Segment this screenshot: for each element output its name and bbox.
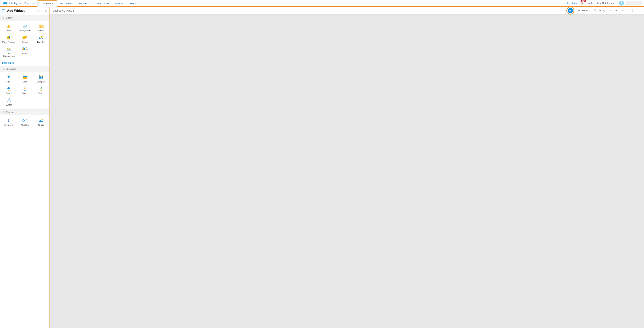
svg-text:#: # — [24, 87, 26, 90]
bars-icon — [6, 24, 12, 28]
maps-icon — [22, 35, 28, 40]
date-range-picker[interactable]: Dec 1, 2022 - Jan 1, 2023 — [593, 9, 626, 12]
svg-rect-9 — [39, 24, 43, 25]
nav-tab-pivot-tables[interactable]: Pivot Tables — [57, 0, 76, 6]
svg-rect-28 — [40, 76, 40, 76]
filter-widget-icon — [6, 75, 12, 80]
svg-rect-35 — [8, 98, 8, 99]
charts-grid: Bars Lines, Areas Tables Pies, Funnels M… — [0, 21, 50, 60]
nav-tab-queries[interactable]: Queries — [112, 0, 127, 6]
sidebar-search-button[interactable] — [36, 8, 40, 13]
widget-tile-pies-funnels[interactable]: Pies, Funnels — [1, 34, 17, 45]
svg-point-2 — [582, 2, 582, 3]
lines-icon — [22, 24, 28, 28]
more-actions-button[interactable] — [637, 9, 642, 12]
svg-point-40 — [42, 119, 43, 120]
widget-tile-switch-cube[interactable]: Switch — [1, 85, 17, 96]
notification-badge: 99+ — [581, 0, 586, 2]
switch-hash-icon: # — [22, 86, 28, 91]
search-icon — [37, 9, 40, 12]
sidebar-close-button[interactable] — [44, 8, 48, 13]
widget-tile-switch-hash[interactable]: # Switch — [17, 85, 33, 96]
svg-rect-26 — [42, 76, 43, 76]
user-name-redacted — [626, 1, 642, 5]
nav-tab-cross-channel[interactable]: Cross-Channel — [90, 0, 112, 6]
divider — [591, 8, 591, 13]
svg-point-44 — [639, 10, 639, 10]
more-types-link[interactable]: More Types — [0, 60, 50, 66]
svg-point-42 — [632, 10, 633, 11]
svg-rect-4 — [2, 10, 5, 12]
svg-point-5 — [37, 10, 39, 11]
svg-rect-6 — [6, 26, 8, 28]
widget-tile-filter[interactable]: Filter — [1, 74, 17, 85]
org-selector[interactable]: Northern Trail Outfitters — [587, 2, 614, 4]
widget-tile-maps[interactable]: Maps — [17, 34, 33, 45]
widget-tile-image[interactable]: Image — [33, 117, 49, 128]
svg-point-1 — [581, 2, 582, 3]
svg-rect-30 — [42, 76, 43, 76]
widget-tile-bubbles[interactable]: Bubbles — [33, 34, 49, 45]
widget-tile-compare[interactable]: Compare — [33, 74, 49, 85]
filter-icon — [2, 68, 5, 70]
bubbles-icon — [38, 35, 44, 40]
switch-cube-icon — [6, 86, 12, 91]
visibility-button[interactable] — [630, 9, 635, 12]
dashboard-canvas[interactable] — [50, 14, 644, 328]
date-icon — [22, 75, 28, 80]
filters-button[interactable]: Filters — [577, 9, 589, 12]
svg-rect-20 — [23, 76, 26, 77]
widget-tile-time-comparison[interactable]: Time Comparison — [1, 46, 17, 59]
sidebar-body: Charts Bars Lines, Areas Tables Pies, F — [0, 15, 50, 328]
calendar-icon — [594, 9, 596, 12]
svg-rect-25 — [39, 76, 41, 76]
section-header-charts: Charts — [0, 15, 50, 21]
widget-tile-lines-areas[interactable]: Lines, Areas — [17, 22, 33, 34]
widget-tile-other[interactable]: Other — [17, 46, 33, 59]
other-icon — [22, 47, 28, 52]
svg-rect-37 — [2, 111, 4, 113]
svg-rect-27 — [40, 76, 40, 76]
svg-rect-29 — [42, 76, 42, 76]
compare-icon — [38, 75, 44, 80]
user-avatar[interactable] — [619, 1, 624, 6]
top-nav: Intelligence Reports Dashboards Pivot Ta… — [0, 0, 644, 7]
feedback-link[interactable]: Feedback — [567, 2, 577, 4]
svg-rect-22 — [26, 76, 26, 76]
eye-icon — [631, 9, 634, 12]
svg-rect-21 — [24, 76, 24, 76]
section-header-interactive: Interactive — [0, 66, 50, 72]
switch-calendar-icon — [6, 98, 12, 102]
widget-tile-custom[interactable]: C Custom — [17, 117, 33, 128]
add-page-button[interactable] — [568, 8, 573, 13]
widget-tile-switch-calendar[interactable]: Switch — [1, 96, 17, 108]
elements-grid: T Rich Text C Custom Image — [0, 115, 50, 130]
app-logo: Intelligence Reports — [1, 2, 36, 5]
dashboard-content: Dashboard Page 1 Filters Dec 1, 2022 - J… — [50, 7, 644, 328]
notification-bell[interactable]: 99+ — [579, 0, 584, 6]
widget-tile-switch-dollar[interactable]: $ Switch — [33, 85, 49, 96]
nav-tab-setup[interactable]: Setup — [126, 0, 139, 6]
interactive-grid: Filter Date Compare Switch # Switch — [0, 72, 50, 109]
app-title: Intelligence Reports — [9, 2, 34, 5]
widget-tile-bars[interactable]: Bars — [1, 22, 17, 34]
svg-point-12 — [39, 38, 40, 39]
nav-tab-dashboards[interactable]: Dashboards — [38, 0, 57, 7]
toolbar-right: Filters Dec 1, 2022 - Jan 1, 2023 — [568, 8, 642, 13]
widget-tile-rich-text[interactable]: T Rich Text — [1, 117, 17, 128]
svg-rect-17 — [26, 49, 27, 50]
close-icon — [44, 10, 47, 12]
nav-tab-reports[interactable]: Reports — [76, 0, 90, 6]
time-comparison-icon — [6, 47, 12, 52]
sidebar-title: Add Widget — [7, 9, 34, 13]
widget-tile-date[interactable]: Date — [17, 74, 33, 85]
kebab-icon — [638, 9, 641, 12]
add-widget-icon — [2, 9, 6, 13]
widget-tile-tables[interactable]: Tables — [33, 22, 49, 34]
rich-text-icon: T — [6, 118, 12, 123]
chevron-down-icon — [612, 2, 614, 4]
elements-icon — [2, 111, 5, 114]
svg-point-13 — [41, 36, 42, 38]
svg-point-3 — [621, 2, 622, 3]
svg-rect-41 — [594, 10, 596, 12]
